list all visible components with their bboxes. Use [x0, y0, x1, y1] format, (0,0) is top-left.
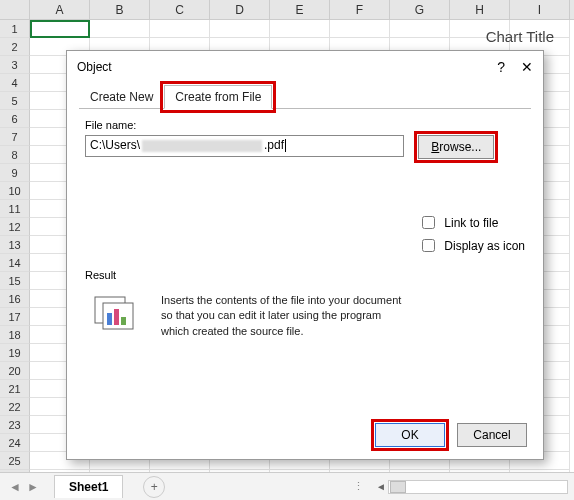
row-header[interactable]: 11	[0, 200, 30, 218]
help-button[interactable]: ?	[497, 59, 505, 75]
row-header[interactable]: 21	[0, 380, 30, 398]
sheet-nav[interactable]: ◄ ►	[0, 480, 48, 494]
dialog-titlebar: Object ? ✕	[67, 51, 543, 81]
row-header[interactable]: 16	[0, 290, 30, 308]
dialog-tabs: Create New Create from File	[79, 85, 531, 109]
tab-create-new[interactable]: Create New	[79, 85, 164, 109]
row-header[interactable]: 7	[0, 128, 30, 146]
result-description: Inserts the contents of the file into yo…	[161, 293, 411, 339]
add-sheet-button[interactable]: +	[143, 476, 165, 498]
chevron-left-icon[interactable]: ◄	[9, 480, 21, 494]
file-name-label: File name:	[85, 119, 525, 131]
row-header[interactable]: 15	[0, 272, 30, 290]
redacted-path	[142, 140, 262, 152]
col-header[interactable]: E	[270, 0, 330, 19]
col-header[interactable]: C	[150, 0, 210, 19]
cell[interactable]	[390, 20, 450, 38]
col-header[interactable]: H	[450, 0, 510, 19]
col-header[interactable]: A	[30, 0, 90, 19]
col-header[interactable]: G	[390, 0, 450, 19]
select-all-corner[interactable]	[0, 0, 30, 19]
svg-rect-2	[107, 313, 112, 325]
row-header[interactable]: 22	[0, 398, 30, 416]
row-header[interactable]: 12	[0, 218, 30, 236]
row-header[interactable]: 10	[0, 182, 30, 200]
ok-button[interactable]: OK	[375, 423, 445, 447]
scroll-left-icon[interactable]: ◄	[374, 480, 388, 494]
column-headers: A B C D E F G H I	[0, 0, 574, 20]
row-header[interactable]: 19	[0, 344, 30, 362]
row-header[interactable]: 9	[0, 164, 30, 182]
svg-rect-3	[114, 309, 119, 325]
row-header[interactable]: 5	[0, 92, 30, 110]
tab-split-icon[interactable]: ⋮	[353, 480, 364, 493]
col-header[interactable]: F	[330, 0, 390, 19]
row-header[interactable]: 25	[0, 452, 30, 470]
col-header[interactable]: D	[210, 0, 270, 19]
object-dialog: Object ? ✕ Create New Create from File F…	[66, 50, 544, 460]
row-headers: 1234567891011121314151617181920212223242…	[0, 20, 30, 488]
close-button[interactable]: ✕	[521, 59, 533, 75]
sheet-tab-active[interactable]: Sheet1	[54, 475, 123, 498]
dialog-title: Object	[77, 60, 497, 74]
row-header[interactable]: 4	[0, 74, 30, 92]
row-header[interactable]: 24	[0, 434, 30, 452]
display-as-icon-checkbox[interactable]: Display as icon	[418, 236, 525, 255]
link-to-file-label: Link to file	[444, 216, 498, 230]
cell[interactable]	[90, 20, 150, 38]
row-header[interactable]: 13	[0, 236, 30, 254]
svg-rect-4	[121, 317, 126, 325]
cell[interactable]	[330, 20, 390, 38]
row-header[interactable]: 20	[0, 362, 30, 380]
file-prefix: C:\Users\	[90, 138, 140, 152]
row-header[interactable]: 18	[0, 326, 30, 344]
row-header[interactable]: 3	[0, 56, 30, 74]
result-label: Result	[85, 269, 525, 281]
tab-create-from-file[interactable]: Create from File	[164, 85, 272, 109]
row-header[interactable]: 14	[0, 254, 30, 272]
result-icon	[87, 293, 147, 333]
row-header[interactable]: 17	[0, 308, 30, 326]
browse-button[interactable]: Browse...	[418, 135, 494, 159]
display-as-icon-input[interactable]	[422, 239, 435, 252]
link-to-file-input[interactable]	[422, 216, 435, 229]
link-to-file-checkbox[interactable]: Link to file	[418, 213, 525, 232]
row-header[interactable]: 1	[0, 20, 30, 38]
result-box: Inserts the contents of the file into yo…	[85, 287, 525, 379]
file-name-input[interactable]: C:\Users\.pdf	[85, 135, 404, 157]
chevron-right-icon[interactable]: ►	[27, 480, 39, 494]
sheet-tab-bar: ◄ ► Sheet1 + ⋮ ◄	[0, 472, 574, 500]
row-header[interactable]: 2	[0, 38, 30, 56]
horizontal-scrollbar[interactable]	[388, 480, 568, 494]
row-header[interactable]: 6	[0, 110, 30, 128]
cell[interactable]	[150, 20, 210, 38]
row-header[interactable]: 8	[0, 146, 30, 164]
cell[interactable]	[30, 20, 90, 38]
file-suffix: .pdf	[264, 138, 284, 152]
row-header[interactable]: 23	[0, 416, 30, 434]
cancel-button[interactable]: Cancel	[457, 423, 527, 447]
cell[interactable]	[270, 20, 330, 38]
text-caret	[285, 139, 286, 152]
col-header[interactable]: B	[90, 0, 150, 19]
cell[interactable]	[210, 20, 270, 38]
chart-title: Chart Title	[486, 28, 554, 45]
col-header[interactable]: I	[510, 0, 570, 19]
display-as-icon-label: Display as icon	[444, 239, 525, 253]
